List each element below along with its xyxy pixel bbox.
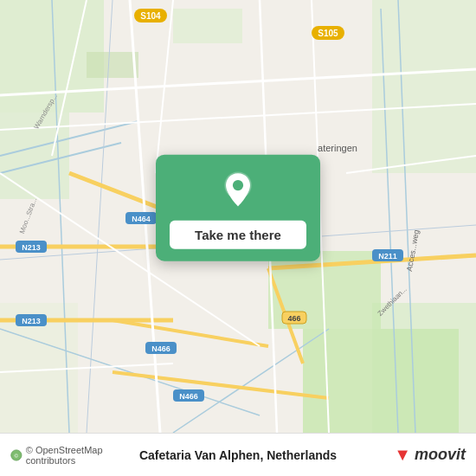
moovit-brand-text: moovit (415, 446, 466, 464)
moovit-logo: ▼ moovit (352, 445, 466, 465)
svg-text:N466: N466 (151, 344, 170, 353)
svg-rect-8 (87, 52, 138, 78)
svg-text:N466: N466 (179, 392, 198, 401)
moovit-pin-icon: ▼ (394, 445, 411, 465)
svg-text:N464: N464 (132, 215, 151, 223)
svg-text:©: © (15, 453, 19, 459)
svg-text:N211: N211 (378, 252, 397, 261)
attribution: © © OpenStreetMap contributors (10, 445, 125, 466)
svg-text:ateringen: ateringen (318, 143, 357, 153)
svg-text:N213: N213 (22, 243, 41, 252)
svg-text:N213: N213 (22, 317, 41, 325)
attribution-text: © OpenStreetMap contributors (26, 445, 125, 466)
location-card: Take me there (156, 155, 320, 261)
svg-rect-9 (173, 9, 242, 43)
svg-point-61 (233, 180, 243, 190)
svg-text:S104: S104 (140, 11, 161, 21)
bottom-bar: © © OpenStreetMap contributors Cafetaria… (0, 433, 476, 476)
svg-text:466: 466 (287, 314, 300, 323)
svg-text:S105: S105 (318, 29, 338, 38)
svg-rect-3 (372, 0, 476, 173)
osm-logo-icon: © (10, 447, 23, 463)
map-container: S104 S105 N213 N213 N464 N466 N466 N211 … (0, 0, 476, 433)
map-pin-icon (217, 170, 259, 212)
place-name: Cafetaria Van Alphen, Netherlands (125, 448, 352, 462)
take-me-there-button[interactable]: Take me there (170, 221, 306, 249)
